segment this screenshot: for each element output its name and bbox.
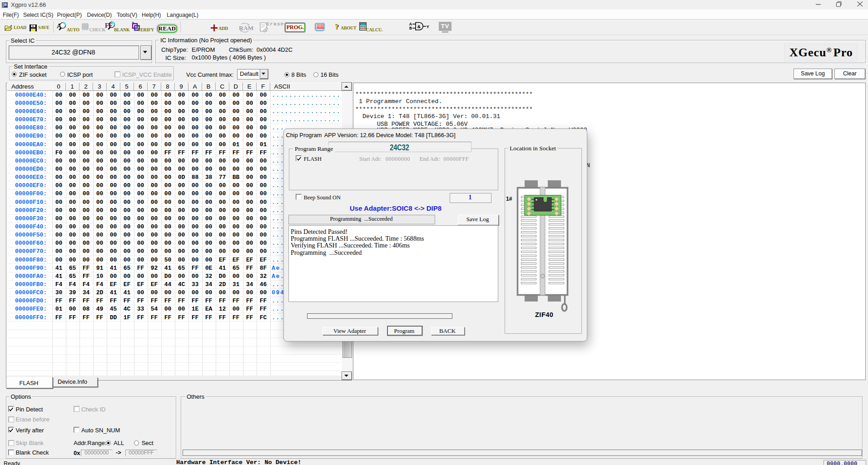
svg-text:Y: Y [427, 25, 429, 30]
svg-text:B: B [409, 26, 412, 31]
svg-text:4D: 4D [83, 24, 88, 29]
svg-text:&: & [417, 24, 421, 30]
